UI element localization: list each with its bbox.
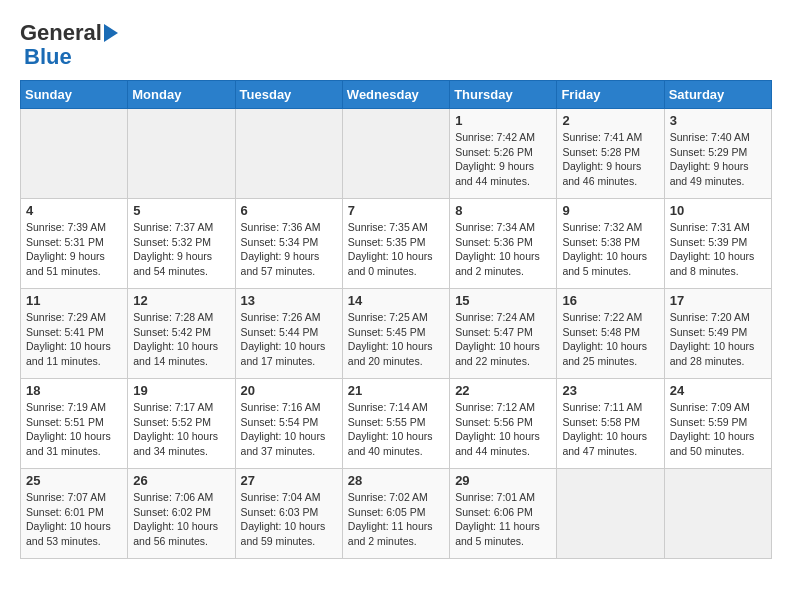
day-number: 26 <box>133 473 229 488</box>
calendar-week-row: 1Sunrise: 7:42 AMSunset: 5:26 PMDaylight… <box>21 109 772 199</box>
calendar-day-cell: 6Sunrise: 7:36 AMSunset: 5:34 PMDaylight… <box>235 199 342 289</box>
calendar-day-header: Saturday <box>664 81 771 109</box>
day-number: 13 <box>241 293 337 308</box>
day-number: 18 <box>26 383 122 398</box>
calendar-day-cell: 25Sunrise: 7:07 AMSunset: 6:01 PMDayligh… <box>21 469 128 559</box>
day-info: Sunrise: 7:19 AMSunset: 5:51 PMDaylight:… <box>26 400 122 459</box>
calendar-day-cell: 20Sunrise: 7:16 AMSunset: 5:54 PMDayligh… <box>235 379 342 469</box>
header: General Blue <box>20 20 772 70</box>
calendar-day-header: Friday <box>557 81 664 109</box>
calendar-day-header: Tuesday <box>235 81 342 109</box>
day-number: 15 <box>455 293 551 308</box>
day-info: Sunrise: 7:37 AMSunset: 5:32 PMDaylight:… <box>133 220 229 279</box>
day-number: 24 <box>670 383 766 398</box>
day-info: Sunrise: 7:26 AMSunset: 5:44 PMDaylight:… <box>241 310 337 369</box>
calendar-day-cell: 16Sunrise: 7:22 AMSunset: 5:48 PMDayligh… <box>557 289 664 379</box>
calendar-day-cell: 28Sunrise: 7:02 AMSunset: 6:05 PMDayligh… <box>342 469 449 559</box>
calendar-day-cell: 12Sunrise: 7:28 AMSunset: 5:42 PMDayligh… <box>128 289 235 379</box>
day-info: Sunrise: 7:31 AMSunset: 5:39 PMDaylight:… <box>670 220 766 279</box>
day-info: Sunrise: 7:11 AMSunset: 5:58 PMDaylight:… <box>562 400 658 459</box>
day-info: Sunrise: 7:07 AMSunset: 6:01 PMDaylight:… <box>26 490 122 549</box>
logo-blue-text: Blue <box>20 44 72 70</box>
day-info: Sunrise: 7:42 AMSunset: 5:26 PMDaylight:… <box>455 130 551 189</box>
calendar-day-cell <box>235 109 342 199</box>
calendar-day-cell: 3Sunrise: 7:40 AMSunset: 5:29 PMDaylight… <box>664 109 771 199</box>
day-info: Sunrise: 7:16 AMSunset: 5:54 PMDaylight:… <box>241 400 337 459</box>
day-info: Sunrise: 7:04 AMSunset: 6:03 PMDaylight:… <box>241 490 337 549</box>
day-info: Sunrise: 7:20 AMSunset: 5:49 PMDaylight:… <box>670 310 766 369</box>
calendar-day-header: Sunday <box>21 81 128 109</box>
calendar-day-header: Monday <box>128 81 235 109</box>
day-info: Sunrise: 7:40 AMSunset: 5:29 PMDaylight:… <box>670 130 766 189</box>
day-number: 28 <box>348 473 444 488</box>
calendar-day-cell: 29Sunrise: 7:01 AMSunset: 6:06 PMDayligh… <box>450 469 557 559</box>
calendar-day-cell: 22Sunrise: 7:12 AMSunset: 5:56 PMDayligh… <box>450 379 557 469</box>
day-info: Sunrise: 7:22 AMSunset: 5:48 PMDaylight:… <box>562 310 658 369</box>
day-info: Sunrise: 7:29 AMSunset: 5:41 PMDaylight:… <box>26 310 122 369</box>
calendar-day-cell: 14Sunrise: 7:25 AMSunset: 5:45 PMDayligh… <box>342 289 449 379</box>
calendar-day-cell <box>21 109 128 199</box>
calendar-day-cell: 5Sunrise: 7:37 AMSunset: 5:32 PMDaylight… <box>128 199 235 289</box>
day-number: 14 <box>348 293 444 308</box>
day-number: 11 <box>26 293 122 308</box>
day-number: 4 <box>26 203 122 218</box>
calendar-day-cell <box>664 469 771 559</box>
calendar-day-cell: 11Sunrise: 7:29 AMSunset: 5:41 PMDayligh… <box>21 289 128 379</box>
day-info: Sunrise: 7:28 AMSunset: 5:42 PMDaylight:… <box>133 310 229 369</box>
day-number: 10 <box>670 203 766 218</box>
calendar-week-row: 25Sunrise: 7:07 AMSunset: 6:01 PMDayligh… <box>21 469 772 559</box>
logo: General Blue <box>20 20 120 70</box>
calendar-day-cell: 10Sunrise: 7:31 AMSunset: 5:39 PMDayligh… <box>664 199 771 289</box>
day-info: Sunrise: 7:25 AMSunset: 5:45 PMDaylight:… <box>348 310 444 369</box>
day-number: 5 <box>133 203 229 218</box>
calendar-day-cell: 9Sunrise: 7:32 AMSunset: 5:38 PMDaylight… <box>557 199 664 289</box>
day-info: Sunrise: 7:02 AMSunset: 6:05 PMDaylight:… <box>348 490 444 549</box>
calendar-day-cell: 21Sunrise: 7:14 AMSunset: 5:55 PMDayligh… <box>342 379 449 469</box>
day-number: 1 <box>455 113 551 128</box>
calendar-day-cell: 7Sunrise: 7:35 AMSunset: 5:35 PMDaylight… <box>342 199 449 289</box>
day-number: 27 <box>241 473 337 488</box>
calendar-day-header: Wednesday <box>342 81 449 109</box>
day-number: 9 <box>562 203 658 218</box>
day-number: 29 <box>455 473 551 488</box>
day-info: Sunrise: 7:17 AMSunset: 5:52 PMDaylight:… <box>133 400 229 459</box>
day-info: Sunrise: 7:09 AMSunset: 5:59 PMDaylight:… <box>670 400 766 459</box>
day-info: Sunrise: 7:41 AMSunset: 5:28 PMDaylight:… <box>562 130 658 189</box>
logo-arrow-icon <box>102 22 120 44</box>
calendar-day-cell: 8Sunrise: 7:34 AMSunset: 5:36 PMDaylight… <box>450 199 557 289</box>
calendar-day-header: Thursday <box>450 81 557 109</box>
calendar-header-row: SundayMondayTuesdayWednesdayThursdayFrid… <box>21 81 772 109</box>
day-number: 23 <box>562 383 658 398</box>
calendar-day-cell: 4Sunrise: 7:39 AMSunset: 5:31 PMDaylight… <box>21 199 128 289</box>
calendar-day-cell: 17Sunrise: 7:20 AMSunset: 5:49 PMDayligh… <box>664 289 771 379</box>
day-info: Sunrise: 7:24 AMSunset: 5:47 PMDaylight:… <box>455 310 551 369</box>
calendar-day-cell <box>128 109 235 199</box>
day-number: 17 <box>670 293 766 308</box>
day-number: 16 <box>562 293 658 308</box>
day-number: 22 <box>455 383 551 398</box>
day-number: 8 <box>455 203 551 218</box>
day-info: Sunrise: 7:39 AMSunset: 5:31 PMDaylight:… <box>26 220 122 279</box>
day-info: Sunrise: 7:36 AMSunset: 5:34 PMDaylight:… <box>241 220 337 279</box>
day-info: Sunrise: 7:12 AMSunset: 5:56 PMDaylight:… <box>455 400 551 459</box>
day-number: 19 <box>133 383 229 398</box>
day-number: 20 <box>241 383 337 398</box>
calendar-day-cell: 13Sunrise: 7:26 AMSunset: 5:44 PMDayligh… <box>235 289 342 379</box>
calendar-week-row: 4Sunrise: 7:39 AMSunset: 5:31 PMDaylight… <box>21 199 772 289</box>
calendar-day-cell: 1Sunrise: 7:42 AMSunset: 5:26 PMDaylight… <box>450 109 557 199</box>
day-number: 7 <box>348 203 444 218</box>
calendar-day-cell <box>557 469 664 559</box>
day-number: 6 <box>241 203 337 218</box>
calendar-day-cell: 26Sunrise: 7:06 AMSunset: 6:02 PMDayligh… <box>128 469 235 559</box>
svg-marker-0 <box>104 24 118 42</box>
calendar-day-cell: 18Sunrise: 7:19 AMSunset: 5:51 PMDayligh… <box>21 379 128 469</box>
calendar-day-cell: 2Sunrise: 7:41 AMSunset: 5:28 PMDaylight… <box>557 109 664 199</box>
calendar-week-row: 18Sunrise: 7:19 AMSunset: 5:51 PMDayligh… <box>21 379 772 469</box>
calendar-day-cell: 24Sunrise: 7:09 AMSunset: 5:59 PMDayligh… <box>664 379 771 469</box>
calendar: SundayMondayTuesdayWednesdayThursdayFrid… <box>20 80 772 559</box>
calendar-day-cell <box>342 109 449 199</box>
day-number: 12 <box>133 293 229 308</box>
day-info: Sunrise: 7:32 AMSunset: 5:38 PMDaylight:… <box>562 220 658 279</box>
day-info: Sunrise: 7:01 AMSunset: 6:06 PMDaylight:… <box>455 490 551 549</box>
calendar-week-row: 11Sunrise: 7:29 AMSunset: 5:41 PMDayligh… <box>21 289 772 379</box>
